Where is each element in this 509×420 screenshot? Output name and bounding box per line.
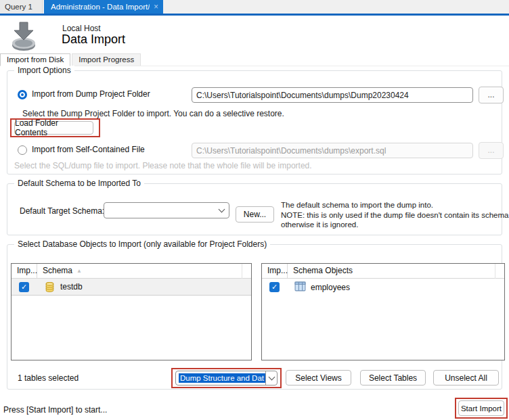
object-row-employees[interactable]: ✓ employees bbox=[262, 279, 504, 296]
host-label: Local Host bbox=[62, 24, 101, 33]
tab-import-progress[interactable]: Import Progress bbox=[72, 53, 141, 66]
close-icon[interactable]: × bbox=[154, 2, 158, 11]
default-target-schema-label: Default Target Schema: bbox=[20, 206, 104, 216]
dump-type-value: Dump Structure and Dat bbox=[179, 373, 265, 383]
tab-query-1[interactable]: Query 1 bbox=[0, 0, 43, 14]
status-text: Press [Start Import] to start... bbox=[3, 405, 107, 415]
schema-note: The default schema to import the dump in… bbox=[281, 200, 509, 230]
new-schema-button[interactable]: New... bbox=[236, 206, 274, 223]
schema-row-testdb[interactable]: ✓ testdb bbox=[12, 279, 251, 296]
data-import-screen: Query 1 Administration - Data Import/Res… bbox=[0, 0, 509, 420]
chevron-down-icon-dump bbox=[265, 371, 277, 385]
select-tables-button[interactable]: Select Tables bbox=[360, 370, 426, 386]
default-schema-group: Default Schema to be Imported To Default… bbox=[7, 183, 502, 235]
schemas-panel-header: Imp... Schema ▲ bbox=[12, 264, 251, 279]
folder-hint-text: Select the Dump Project Folder to import… bbox=[22, 109, 284, 118]
column-header-schema-objects[interactable]: Schema Objects bbox=[288, 264, 504, 278]
dump-type-select[interactable]: Dump Structure and Dat bbox=[175, 371, 278, 386]
tables-selected-info: 1 tables selected bbox=[18, 373, 79, 383]
database-objects-legend: Select Database Objects to Import (only … bbox=[14, 239, 270, 249]
active-tab-underline bbox=[0, 14, 509, 16]
default-schema-legend: Default Schema to be Imported To bbox=[14, 179, 144, 188]
import-options-group: Import Options Import from Dump Project … bbox=[7, 70, 502, 174]
import-subtabs: Import from Disk Import Progress bbox=[0, 53, 509, 66]
page-title: Data Import bbox=[62, 32, 125, 47]
import-options-legend: Import Options bbox=[14, 66, 74, 75]
header-gutter-right bbox=[495, 264, 495, 279]
table-icon bbox=[294, 281, 306, 293]
header-gutter bbox=[242, 264, 242, 279]
schema-note-line3: otherwise it is ignored. bbox=[281, 220, 509, 230]
schema-checkbox[interactable]: ✓ bbox=[19, 282, 29, 292]
schemas-panel: Imp... Schema ▲ ✓ testdb bbox=[11, 263, 252, 360]
radio-dump-project-folder-label[interactable]: Import from Dump Project Folder bbox=[32, 89, 150, 99]
tab-administration-label: Administration - Data Import/Res... bbox=[51, 3, 150, 11]
editor-tab-bar: Query 1 Administration - Data Import/Res… bbox=[0, 0, 509, 14]
tab-import-from-disk[interactable]: Import from Disk bbox=[0, 53, 70, 66]
data-import-icon bbox=[9, 21, 40, 52]
schema-objects-panel: Imp... Schema Objects ✓ employees bbox=[261, 263, 505, 360]
schema-objects-panel-header: Imp... Schema Objects bbox=[262, 264, 504, 279]
schema-note-line2: NOTE: this is only used if the dump file… bbox=[281, 210, 509, 220]
column-header-import[interactable]: Imp... bbox=[12, 264, 37, 278]
column-header-schema-objects-label: Schema Objects bbox=[293, 264, 353, 278]
chevron-down-icon bbox=[214, 203, 229, 218]
browse-folder-button[interactable]: ... bbox=[479, 87, 504, 103]
database-icon bbox=[44, 281, 56, 293]
radio-self-contained-file-label[interactable]: Import from Self-Contained File bbox=[32, 145, 145, 154]
tab-administration[interactable]: Administration - Data Import/Res... × bbox=[44, 0, 163, 14]
start-import-button[interactable]: Start Import bbox=[458, 400, 504, 416]
load-folder-contents-button[interactable]: Load Folder Contents bbox=[14, 121, 93, 135]
unselect-all-button[interactable]: Unselect All bbox=[433, 370, 499, 386]
object-checkbox[interactable]: ✓ bbox=[269, 282, 280, 292]
column-header-schema-label: Schema bbox=[43, 264, 72, 278]
browse-file-button[interactable]: ... bbox=[479, 142, 504, 159]
schema-note-line1: The default schema to import the dump in… bbox=[281, 200, 509, 210]
sort-ascending-icon: ▲ bbox=[76, 264, 82, 278]
schema-name: testdb bbox=[60, 282, 83, 291]
dump-folder-path-input[interactable] bbox=[192, 87, 473, 103]
object-name: employees bbox=[311, 283, 350, 292]
file-hint-text: Select the SQL/dump file to import. Plea… bbox=[14, 161, 312, 170]
column-header-import-right[interactable]: Imp... bbox=[262, 264, 288, 278]
radio-self-contained-file[interactable] bbox=[18, 145, 27, 155]
database-objects-group: Select Database Objects to Import (only … bbox=[7, 244, 502, 390]
select-views-button[interactable]: Select Views bbox=[286, 370, 351, 386]
sql-file-path-input[interactable] bbox=[192, 143, 473, 158]
default-target-schema-select[interactable] bbox=[104, 202, 229, 218]
column-header-schema[interactable]: Schema ▲ bbox=[37, 264, 251, 278]
radio-dump-project-folder[interactable] bbox=[18, 90, 27, 99]
